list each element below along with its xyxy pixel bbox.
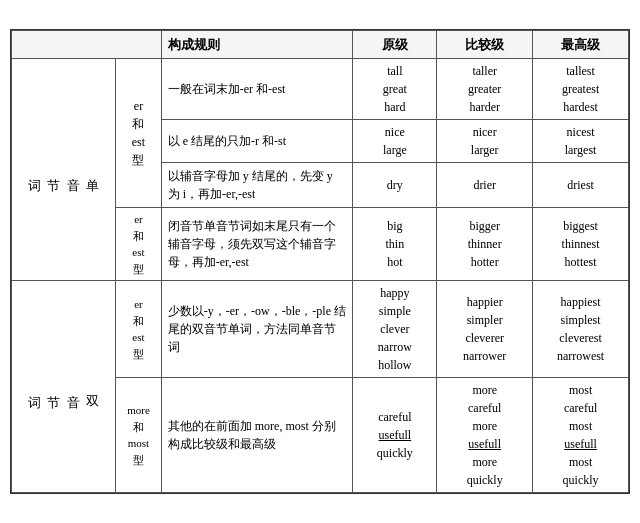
header-base: 原级 xyxy=(353,30,437,59)
rule-cell-5: 少数以-y，-er，-ow，-ble，-ple 结尾的双音节单词，方法同单音节词 xyxy=(161,281,353,378)
super-cell-3: driest xyxy=(533,163,629,208)
rule-cell-1: 一般在词末加-er 和-est xyxy=(161,59,353,120)
base-cell-2: nicelarge xyxy=(353,120,437,163)
base-cell-5: happysimpleclevernarrowhollow xyxy=(353,281,437,378)
rule-cell-4: 闭音节单音节词如末尾只有一个辅音字母，须先双写这个辅音字母，再加-er,-est xyxy=(161,208,353,281)
comp-cell-4: biggerthinnerhotter xyxy=(437,208,533,281)
super-underline-1: usefull xyxy=(564,437,597,451)
type-label-er-double: er和est型 xyxy=(116,281,162,378)
section-label-double: 双音节词 xyxy=(12,281,116,493)
adjective-table: 构成规则 原级 比较级 最高级 单音节词 er和est型 一般在词末加-er 和… xyxy=(11,30,629,494)
type-label-er-single: er和est型 xyxy=(116,59,162,208)
type-label-more-double: more和most型 xyxy=(116,378,162,493)
super-cell-5: happiestsimplestcleverestnarrowest xyxy=(533,281,629,378)
table-row: 单音节词 er和est型 一般在词末加-er 和-est tallgreatha… xyxy=(12,59,629,120)
comp-cell-2: nicerlarger xyxy=(437,120,533,163)
header-category xyxy=(12,30,162,59)
rule-cell-6: 其他的在前面加 more, most 分别构成比较级和最高级 xyxy=(161,378,353,493)
super-cell-2: nicestlargest xyxy=(533,120,629,163)
rule-cell-2: 以 e 结尾的只加-r 和-st xyxy=(161,120,353,163)
header-super: 最高级 xyxy=(533,30,629,59)
rule-cell-3: 以辅音字母加 y 结尾的，先变 y 为 i，再加-er,-est xyxy=(161,163,353,208)
section-label-single: 单音节词 xyxy=(12,59,116,281)
header-comp: 比较级 xyxy=(437,30,533,59)
table-row: 双音节词 er和est型 少数以-y，-er，-ow，-ble，-ple 结尾的… xyxy=(12,281,629,378)
super-cell-6: mostcarefulmostusefullmostquickly xyxy=(533,378,629,493)
type-label-er-single-2: er和est型 xyxy=(116,208,162,281)
base-cell-4: bigthinhot xyxy=(353,208,437,281)
comp-cell-5: happiersimplercleverernarrower xyxy=(437,281,533,378)
base-cell-3: dry xyxy=(353,163,437,208)
main-table-wrapper: 构成规则 原级 比较级 最高级 单音节词 er和est型 一般在词末加-er 和… xyxy=(10,29,630,495)
comp-cell-3: drier xyxy=(437,163,533,208)
header-row: 构成规则 原级 比较级 最高级 xyxy=(12,30,629,59)
base-underline-1: usefull xyxy=(379,428,412,442)
super-cell-4: biggestthinnesthottest xyxy=(533,208,629,281)
comp-underline-1: usefull xyxy=(468,437,501,451)
base-cell-1: tallgreathard xyxy=(353,59,437,120)
super-cell-1: tallestgreatesthardest xyxy=(533,59,629,120)
comp-cell-1: tallergreaterharder xyxy=(437,59,533,120)
base-cell-6: carefulusefullquickly xyxy=(353,378,437,493)
comp-cell-6: morecarefulmoreusefullmorequickly xyxy=(437,378,533,493)
header-rule: 构成规则 xyxy=(161,30,353,59)
